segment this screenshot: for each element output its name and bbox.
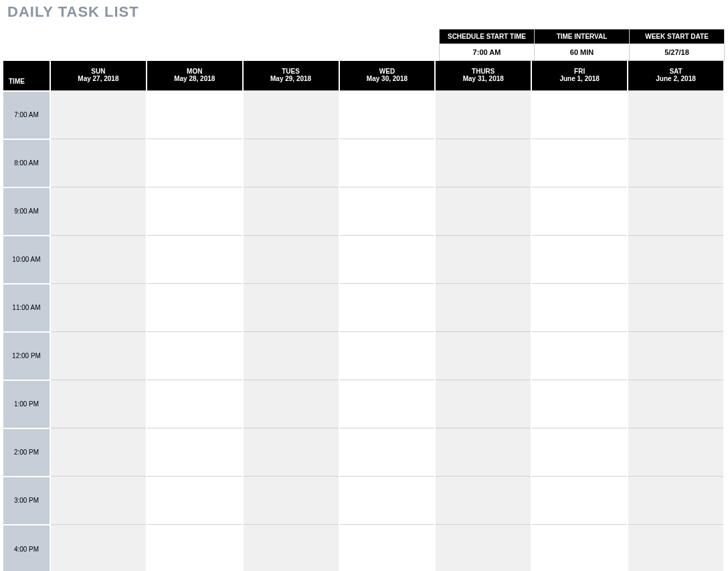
- schedule-cell[interactable]: [339, 91, 436, 139]
- schedule-cell[interactable]: [435, 332, 531, 380]
- schedule-cell[interactable]: [531, 477, 628, 525]
- time-cell: 12:00 PM: [3, 332, 50, 380]
- day-header-tues: TUES May 29, 2018: [243, 61, 339, 91]
- schedule-row: 8:00 AM: [3, 139, 724, 187]
- schedule-cell[interactable]: [50, 380, 147, 428]
- schedule-cell[interactable]: [339, 380, 436, 428]
- schedule-cell[interactable]: [147, 139, 243, 187]
- schedule-row: 12:00 PM: [3, 332, 724, 380]
- schedule-cell[interactable]: [339, 525, 436, 572]
- schedule-row: 3:00 PM: [3, 477, 724, 525]
- schedule-cell[interactable]: [435, 428, 531, 477]
- day-date: May 31, 2018: [436, 75, 531, 90]
- schedule-cell[interactable]: [50, 525, 147, 572]
- schedule-cell[interactable]: [243, 284, 339, 332]
- schedule-cell[interactable]: [147, 91, 243, 139]
- schedule-cell[interactable]: [435, 380, 531, 428]
- schedule-cell[interactable]: [147, 380, 243, 428]
- schedule-cell[interactable]: [147, 525, 243, 572]
- schedule-row: 2:00 PM: [3, 428, 724, 477]
- settings-header-start-time: SCHEDULE START TIME: [440, 29, 535, 44]
- schedule-cell[interactable]: [339, 284, 436, 332]
- schedule-cell[interactable]: [339, 236, 436, 284]
- time-cell: 9:00 AM: [3, 187, 50, 236]
- day-date: May 30, 2018: [340, 75, 435, 90]
- day-abbr: FRI: [532, 61, 627, 75]
- schedule-cell[interactable]: [50, 284, 147, 332]
- schedule-cell[interactable]: [339, 428, 436, 477]
- schedule-cell[interactable]: [50, 428, 147, 477]
- schedule-cell[interactable]: [435, 284, 531, 332]
- schedule-cell[interactable]: [531, 236, 628, 284]
- schedule-cell[interactable]: [50, 139, 147, 187]
- schedule-cell[interactable]: [435, 139, 531, 187]
- schedule-cell[interactable]: [628, 332, 724, 380]
- schedule-cell[interactable]: [531, 380, 628, 428]
- schedule-cell[interactable]: [147, 187, 243, 236]
- day-date: June 1, 2018: [532, 75, 627, 90]
- schedule-cell[interactable]: [531, 525, 628, 572]
- schedule-cell[interactable]: [628, 187, 724, 236]
- schedule-cell[interactable]: [628, 284, 724, 332]
- settings-value-interval[interactable]: 60 MIN: [535, 44, 630, 61]
- schedule-cell[interactable]: [243, 236, 339, 284]
- schedule-cell[interactable]: [531, 428, 628, 477]
- schedule-cell[interactable]: [243, 187, 339, 236]
- schedule-cell[interactable]: [435, 236, 531, 284]
- time-cell: 3:00 PM: [3, 477, 50, 525]
- schedule-cell[interactable]: [531, 91, 628, 139]
- schedule-cell[interactable]: [147, 428, 243, 477]
- time-cell: 2:00 PM: [3, 428, 50, 477]
- schedule-cell[interactable]: [50, 91, 147, 139]
- day-abbr: SAT: [628, 61, 723, 75]
- schedule-cell[interactable]: [339, 187, 436, 236]
- day-header-thurs: THURS May 31, 2018: [435, 61, 531, 91]
- schedule-cell[interactable]: [147, 284, 243, 332]
- schedule-cell[interactable]: [243, 525, 339, 572]
- schedule-cell[interactable]: [628, 380, 724, 428]
- schedule-cell[interactable]: [339, 139, 436, 187]
- settings-value-week-start[interactable]: 5/27/18: [630, 44, 725, 61]
- schedule-cell[interactable]: [243, 139, 339, 187]
- schedule-cell[interactable]: [243, 91, 339, 139]
- schedule-cell[interactable]: [435, 91, 531, 139]
- schedule-cell[interactable]: [435, 525, 531, 572]
- schedule-cell[interactable]: [531, 187, 628, 236]
- schedule-cell[interactable]: [531, 332, 628, 380]
- schedule-cell[interactable]: [628, 525, 724, 572]
- schedule-cell[interactable]: [243, 477, 339, 525]
- schedule-cell[interactable]: [531, 139, 628, 187]
- day-date: June 2, 2018: [628, 75, 723, 90]
- schedule-cell[interactable]: [243, 428, 339, 477]
- schedule-cell[interactable]: [628, 236, 724, 284]
- schedule-cell[interactable]: [243, 380, 339, 428]
- schedule-cell[interactable]: [50, 332, 147, 380]
- time-cell: 4:00 PM: [3, 525, 50, 572]
- day-date: May 27, 2018: [51, 75, 146, 90]
- schedule-cell[interactable]: [531, 284, 628, 332]
- time-column-header: TIME: [3, 61, 50, 91]
- schedule-cell[interactable]: [628, 477, 724, 525]
- schedule-cell[interactable]: [50, 187, 147, 236]
- time-cell: 8:00 AM: [3, 139, 50, 187]
- schedule-cell[interactable]: [50, 477, 147, 525]
- schedule-cell[interactable]: [339, 332, 436, 380]
- schedule-cell[interactable]: [50, 236, 147, 284]
- settings-value-start-time[interactable]: 7:00 AM: [440, 44, 535, 61]
- schedule-cell[interactable]: [147, 332, 243, 380]
- schedule-header-row: TIME SUN May 27, 2018 MON May 28, 2018 T…: [3, 61, 724, 91]
- schedule-cell[interactable]: [628, 91, 724, 139]
- schedule-cell[interactable]: [147, 236, 243, 284]
- schedule-row: 1:00 PM: [3, 380, 724, 428]
- day-header-mon: MON May 28, 2018: [147, 61, 243, 91]
- day-abbr: THURS: [436, 61, 531, 75]
- schedule-cell[interactable]: [435, 477, 531, 525]
- schedule-cell[interactable]: [435, 187, 531, 236]
- schedule-cell[interactable]: [628, 428, 724, 477]
- day-header-sun: SUN May 27, 2018: [50, 61, 147, 91]
- schedule-cell[interactable]: [147, 477, 243, 525]
- schedule-row: 10:00 AM: [3, 236, 724, 284]
- schedule-cell[interactable]: [628, 139, 724, 187]
- schedule-cell[interactable]: [339, 477, 436, 525]
- schedule-cell[interactable]: [243, 332, 339, 380]
